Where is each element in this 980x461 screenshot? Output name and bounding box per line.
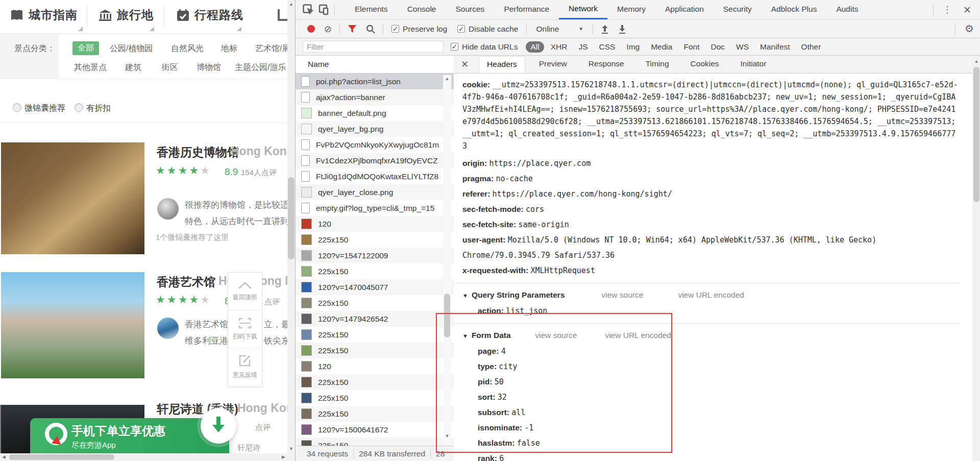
view-url-encoded-link[interactable]: view URL encoded [678, 287, 744, 303]
scroll-down-arrow[interactable]: ▼ [443, 432, 451, 440]
type-filter-pill[interactable]: CSS [594, 41, 620, 53]
category-tag[interactable]: 主题公园/游乐 [235, 62, 286, 73]
detail-tab[interactable]: Response [581, 56, 632, 73]
close-devtools-icon[interactable]: ✕ [958, 4, 976, 16]
detail-tab[interactable]: Timing [638, 56, 677, 73]
scroll-left-arrow[interactable]: ◀ [0, 453, 8, 461]
request-row[interactable]: ajax?action=banner [296, 89, 454, 105]
request-row[interactable]: 225x150 [296, 295, 454, 311]
nav-item-itinerary[interactable]: 行程路线 [177, 7, 243, 23]
devtools-tab[interactable]: Adblock Plus [762, 0, 827, 19]
kebab-menu-icon[interactable]: ⋮ [937, 4, 958, 15]
type-filter-pill[interactable]: Font [679, 41, 704, 53]
discount-toggle-radio[interactable] [75, 103, 83, 112]
biji-toggle-radio[interactable] [13, 103, 21, 112]
settings-gear-icon[interactable]: ⚙ [965, 22, 974, 35]
category-tag[interactable]: 地标 [221, 43, 237, 54]
detail-pane-scrollbar[interactable]: ▲ [972, 56, 980, 461]
request-row[interactable]: 120?v=1500641672 [296, 422, 454, 438]
request-row[interactable]: 225x150 [296, 343, 454, 358]
review-count[interactable]: 154人点评 [241, 168, 277, 178]
throttling-dropdown[interactable]: Online ▼ [536, 25, 583, 34]
request-list-scrollbar[interactable]: ▲ ▼ [443, 75, 451, 446]
close-detail-icon[interactable]: ✕ [454, 59, 476, 70]
site-vertical-scrollbar[interactable]: ▲ ▼ [287, 0, 295, 453]
category-tag[interactable]: 其他景点 [74, 62, 107, 73]
back-to-top-button[interactable]: 返回顶部 [228, 273, 262, 310]
listing-title[interactable]: 香港艺术馆 [157, 274, 215, 290]
toggle-label[interactable]: 微锦囊推荐 [24, 103, 65, 114]
clear-icon[interactable]: ⊘ [324, 25, 332, 34]
hide-data-urls-checkbox[interactable]: ✓ Hide data URLs [451, 42, 518, 52]
view-url-encoded-link[interactable]: view URL encoded [605, 328, 671, 343]
review-count[interactable]: 点评 [264, 297, 280, 307]
category-tag[interactable]: 艺术馆/展 [255, 43, 287, 54]
section-title[interactable]: Query String Parameters [472, 287, 565, 303]
devtools-tab[interactable]: Console [398, 0, 446, 19]
devtools-tab[interactable]: Elements [345, 0, 398, 19]
category-tag[interactable]: 建筑 [125, 62, 141, 73]
view-source-link[interactable]: view source [602, 287, 644, 303]
request-row[interactable]: 225x150 [296, 232, 454, 248]
devtools-tab[interactable]: Sources [446, 0, 495, 19]
devtools-tab[interactable]: Audits [826, 0, 868, 19]
detail-tab[interactable]: Initiator [733, 56, 774, 73]
scroll-down-arrow[interactable]: ▼ [287, 445, 295, 453]
scroll-up-arrow[interactable]: ▲ [287, 1, 295, 8]
export-har-icon[interactable] [618, 25, 626, 34]
request-row[interactable]: 120?v=1470045077 [296, 279, 454, 295]
scroll-right-arrow[interactable]: ▶ [280, 453, 287, 461]
request-row[interactable]: 120?v=1479426542 [296, 311, 454, 327]
triangle-expanded-icon[interactable]: ▼ [462, 288, 468, 303]
devtools-tab[interactable]: Performance [494, 0, 559, 19]
request-row[interactable]: qyer_layer_bg.png [296, 121, 454, 137]
request-row[interactable]: 225x150 [296, 406, 454, 422]
scroll-up-arrow[interactable]: ▲ [972, 58, 980, 65]
type-filter-pill[interactable]: Img [622, 41, 644, 53]
request-row[interactable]: FvPb2VQcmNkyoKyXwyjugOc81m [296, 137, 454, 153]
category-tag[interactable]: 公园/植物园 [110, 43, 153, 54]
view-source-link[interactable]: view source [535, 328, 577, 343]
category-tag[interactable]: 街区 [162, 62, 178, 73]
request-row[interactable]: 120 [296, 358, 454, 374]
site-horizontal-scrollbar[interactable]: ◀ ▶ [0, 453, 287, 461]
request-row[interactable]: 120?v=1547122009 [296, 248, 454, 263]
record-button[interactable] [307, 25, 315, 33]
detail-tab[interactable]: Cookies [683, 56, 727, 73]
download-app-button[interactable] [201, 408, 236, 444]
type-filter-pill[interactable]: Manifest [755, 41, 795, 53]
filter-funnel-icon[interactable] [348, 25, 357, 33]
toggle-label[interactable]: 有折扣 [86, 103, 111, 114]
request-row[interactable]: 225x150 [296, 390, 454, 406]
type-filter-pill[interactable]: Other [797, 41, 826, 53]
search-icon[interactable] [366, 25, 375, 34]
type-filter-pill[interactable]: JS [574, 41, 592, 53]
reviewer-avatar[interactable] [157, 198, 179, 220]
type-filter-pill[interactable]: XHR [546, 41, 572, 53]
request-row[interactable]: Fv1CdezXPjlbomqfxrA19fOyEVCZ [296, 153, 454, 168]
device-toolbar-icon[interactable] [316, 2, 331, 17]
triangle-expanded-icon[interactable]: ▼ [462, 328, 468, 344]
request-row[interactable]: 225x150 [296, 263, 454, 279]
detail-tab[interactable]: Headers [479, 56, 525, 73]
request-row[interactable]: empty.gif?log_type=cli&_tmp_=15 [296, 200, 454, 216]
listing-photo-art-museum[interactable] [1, 272, 144, 378]
inspect-element-icon[interactable] [301, 2, 316, 17]
devtools-tab[interactable]: Security [714, 0, 762, 19]
feedback-button[interactable]: 意见反馈 [228, 348, 262, 386]
nav-item-destinations[interactable]: 旅行地 [99, 7, 154, 23]
category-tag[interactable]: 自然风光 [171, 43, 204, 54]
type-filter-pill[interactable]: All [526, 41, 544, 53]
type-filter-pill[interactable]: Doc [706, 41, 729, 53]
qr-download-button[interactable]: 扫码下载 [228, 310, 262, 348]
devtools-tab[interactable]: Application [655, 0, 714, 19]
type-filter-pill[interactable]: WS [731, 41, 753, 53]
list-scroll-thumb[interactable] [444, 294, 450, 337]
request-row[interactable]: 225x150 [296, 438, 454, 446]
horizontal-scroll-thumb[interactable] [9, 454, 114, 460]
request-row[interactable]: poi.php?action=list_json [296, 74, 454, 89]
section-title[interactable]: Form Data [472, 328, 511, 343]
disable-cache-checkbox[interactable]: ✓ Disable cache [457, 25, 518, 34]
detail-tab[interactable]: Preview [531, 56, 575, 73]
listing-title[interactable]: 香港历史博物馆 [157, 144, 239, 160]
